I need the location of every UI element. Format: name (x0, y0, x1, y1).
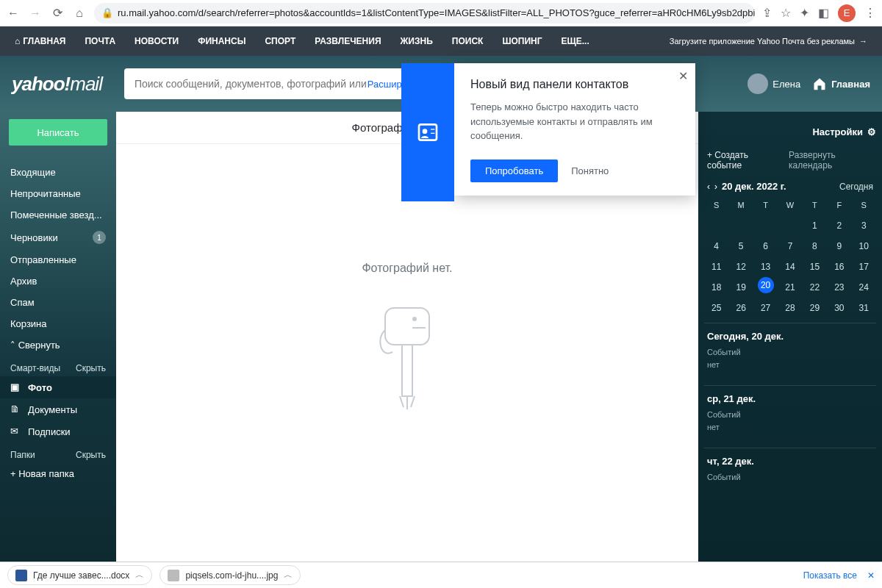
compose-button[interactable]: Написать (9, 119, 107, 146)
chevron-up-icon[interactable]: ︿ (135, 569, 144, 581)
panel-icon[interactable]: ◧ (818, 6, 829, 20)
menu-icon[interactable]: ⋮ (864, 6, 876, 20)
calendar-day[interactable]: 29 (803, 298, 827, 318)
address-bar[interactable]: 🔒 ru.mail.yahoo.com/d/search/referrer=ph… (94, 3, 755, 24)
search-input[interactable] (135, 78, 368, 90)
calendar-day[interactable]: 2 (827, 215, 851, 236)
sidebar-folder[interactable]: Спам (0, 292, 116, 313)
popover-close[interactable]: ✕ (678, 69, 688, 83)
calendar-day[interactable]: 31 (852, 298, 876, 318)
topnav-home[interactable]: ⌂ГЛАВНАЯ (15, 36, 65, 46)
chevron-up-icon[interactable]: ︿ (284, 569, 293, 581)
star-icon[interactable]: ☆ (781, 6, 791, 20)
popover-accent (401, 63, 454, 201)
hide-smart-views[interactable]: Скрыть (76, 363, 106, 373)
calendar-day[interactable]: 22 (803, 277, 827, 298)
lock-icon: 🔒 (101, 7, 113, 18)
calendar-day (728, 215, 753, 236)
popover-title: Новый вид панели контактов (470, 78, 679, 91)
calendar-day[interactable]: 16 (827, 257, 851, 277)
topnav-search[interactable]: ПОИСК (452, 36, 484, 46)
calendar-day[interactable]: 5 (728, 236, 753, 257)
calendar-day[interactable]: 20 (758, 277, 774, 293)
calendar-day[interactable]: 9 (827, 236, 851, 257)
topnav-news[interactable]: НОВОСТИ (135, 36, 179, 46)
sidebar-folder[interactable]: Черновики1 (0, 226, 116, 249)
collapse-toggle[interactable]: ˄ Свернуть (0, 334, 116, 356)
account-menu[interactable]: Елена (747, 74, 800, 94)
download-item[interactable]: piqsels.com-id-jhu....jpg ︿ (159, 565, 301, 585)
topnav-sport[interactable]: СПОРТ (265, 36, 295, 46)
calendar-day[interactable]: 23 (827, 277, 851, 298)
popover-ok-button[interactable]: Понятно (571, 165, 609, 176)
house-icon (812, 76, 827, 91)
calendar-day[interactable]: 27 (753, 298, 778, 318)
download-item[interactable]: Где лучше завес....docx ︿ (7, 565, 152, 585)
calendar-day[interactable]: 30 (827, 298, 851, 318)
sidebar-folder[interactable]: Корзина (0, 313, 116, 334)
sidebar-view[interactable]: ✉Подписки (0, 420, 116, 442)
calendar-day[interactable]: 4 (704, 236, 728, 257)
calendar-day[interactable]: 14 (778, 257, 802, 277)
forward-button[interactable]: → (28, 6, 43, 21)
calendar-day[interactable]: 3 (852, 215, 876, 236)
create-event-button[interactable]: + Создать событие (707, 150, 778, 171)
popover-try-button[interactable]: Попробовать (470, 159, 558, 182)
calendar-day (778, 215, 802, 236)
promo-link[interactable]: Загрузите приложение Yahoo Почта без рек… (670, 37, 867, 46)
calendar-day[interactable]: 21 (778, 277, 802, 298)
show-all-downloads[interactable]: Показать все (803, 570, 857, 581)
word-file-icon (15, 570, 27, 581)
calendar-day[interactable]: 11 (704, 257, 728, 277)
calendar-day[interactable]: 1 (803, 215, 827, 236)
calendar-day[interactable]: 6 (753, 236, 778, 257)
calendar-day[interactable]: 15 (803, 257, 827, 277)
home-button[interactable]: ⌂ (72, 6, 87, 21)
expand-calendar[interactable]: Развернуть календарь (789, 150, 873, 171)
calendar-day[interactable]: 17 (852, 257, 876, 277)
calendar-day[interactable]: 10 (852, 236, 876, 257)
cal-today-link[interactable]: Сегодня (839, 182, 873, 192)
yahoo-mail-logo[interactable]: yahoo!mail (12, 73, 102, 96)
new-folder-button[interactable]: + Новая папка (0, 463, 116, 484)
sidebar-view[interactable]: ▣Фото (0, 376, 116, 398)
calendar-day[interactable]: 12 (728, 257, 753, 277)
sidebar-folder[interactable]: Непрочитанные (0, 183, 116, 204)
calendar-day[interactable]: 26 (728, 298, 753, 318)
sidebar-folder[interactable]: Архив (0, 270, 116, 292)
close-downloads-bar[interactable]: ✕ (867, 570, 875, 581)
cal-next[interactable]: › (714, 182, 717, 192)
topnav-more[interactable]: ЕЩЕ... (562, 36, 589, 46)
calendar-day[interactable]: 24 (852, 277, 876, 298)
hide-folders[interactable]: Скрыть (76, 450, 106, 460)
sidebar-folder[interactable]: Отправленные (0, 249, 116, 270)
sidebar-folder[interactable]: Помеченные звезд... (0, 204, 116, 226)
topnav-life[interactable]: ЖИЗНЬ (401, 36, 433, 46)
extensions-icon[interactable]: ✦ (800, 6, 809, 20)
back-button[interactable]: ← (6, 6, 21, 21)
calendar-day[interactable]: 8 (803, 236, 827, 257)
reload-button[interactable]: ⟳ (50, 6, 65, 21)
badge: 1 (93, 231, 106, 244)
download-filename: piqsels.com-id-jhu....jpg (185, 570, 278, 581)
sidebar-folder[interactable]: Входящие (0, 162, 116, 183)
topnav-entertainment[interactable]: РАЗВЛЕЧЕНИЯ (315, 36, 381, 46)
calendar-day[interactable]: 19 (728, 277, 753, 298)
settings-link[interactable]: Настройки ⚙ (812, 126, 876, 137)
topnav-finance[interactable]: ФИНАНСЫ (198, 36, 245, 46)
topnav-shopping[interactable]: ШОПИНГ (502, 36, 542, 46)
topnav-mail[interactable]: ПОЧТА (85, 36, 115, 46)
calendar-day[interactable]: 25 (704, 298, 728, 318)
calendar-day[interactable]: 28 (778, 298, 802, 318)
calendar-day[interactable]: 7 (778, 236, 802, 257)
home-icon: ⌂ (15, 36, 20, 46)
agenda-block: ср, 21 дек.Событийнет (704, 385, 876, 443)
home-link[interactable]: Главная (812, 76, 870, 91)
calendar-day[interactable]: 13 (753, 257, 778, 277)
sidebar-view[interactable]: 🗎Документы (0, 398, 116, 420)
photo-icon: ▣ (10, 381, 22, 393)
profile-avatar[interactable]: E (838, 4, 856, 22)
cal-prev[interactable]: ‹ (707, 182, 710, 192)
calendar-day[interactable]: 18 (704, 277, 728, 298)
share-icon[interactable]: ⇪ (762, 6, 772, 20)
